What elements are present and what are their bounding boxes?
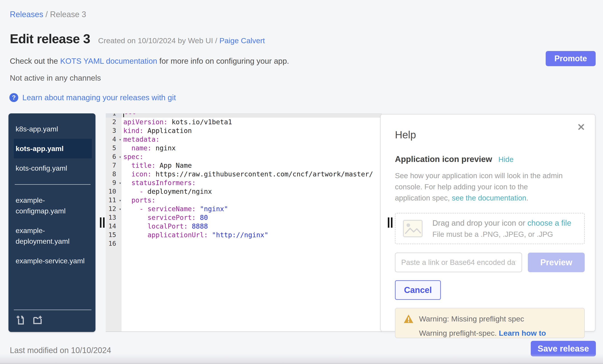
- fold-arrow-icon[interactable]: ▾: [119, 153, 121, 161]
- line-number: 7: [106, 161, 122, 170]
- git-help-link[interactable]: Learn about managing your releases with …: [22, 93, 176, 102]
- help-panel: Help Application icon preview Hide See h…: [380, 114, 595, 331]
- add-file-icon[interactable]: [15, 315, 25, 325]
- warning-detail: Warning preflight-spec. Learn how to con…: [403, 329, 576, 338]
- author-link[interactable]: Paige Calvert: [220, 36, 265, 45]
- code-line[interactable]: 13 servicePort: 80: [106, 213, 382, 222]
- dropzone-filetypes: File must be a .PNG, .JPEG, or .JPG: [432, 230, 571, 239]
- code-text: name: nginx: [122, 144, 382, 152]
- code-line[interactable]: 16: [106, 239, 382, 248]
- breadcrumb-releases-link[interactable]: Releases: [10, 10, 43, 19]
- bottom-edge: [0, 354, 603, 364]
- cancel-button[interactable]: Cancel: [395, 280, 441, 300]
- line-number: 13: [106, 213, 122, 222]
- line-number: 16: [106, 239, 122, 248]
- yaml-editor[interactable]: 1---2apiVersion: kots.io/v1beta13kind: A…: [106, 113, 382, 332]
- line-number: 5: [106, 144, 122, 152]
- code-line[interactable]: 4▾metadata:: [106, 135, 382, 144]
- code-line[interactable]: 14 localPort: 8888: [106, 222, 382, 231]
- line-number: 4▾: [106, 135, 122, 144]
- kots-yaml-doc-link[interactable]: KOTS YAML documentation: [60, 56, 157, 65]
- line-number: 3: [106, 126, 122, 135]
- code-text: ports:: [122, 196, 382, 205]
- code-line[interactable]: 6▾spec:: [106, 152, 382, 161]
- code-text: kind: Application: [122, 126, 382, 135]
- promote-button[interactable]: Promote: [546, 51, 596, 66]
- line-number: 1: [106, 113, 122, 118]
- sidebar-divider: [15, 184, 91, 185]
- see-documentation-link[interactable]: see the documentation: [452, 194, 526, 202]
- fold-arrow-icon[interactable]: ▾: [119, 179, 121, 187]
- file-list-primary: k8s-app.yamlkots-app.yamlkots-config.yam…: [14, 119, 92, 178]
- sidebar-file-item[interactable]: k8s-app.yaml: [14, 119, 92, 139]
- page-title: Edit release 3: [10, 31, 90, 46]
- sidebar-file-item[interactable]: example-service.yaml: [14, 251, 92, 271]
- file-list-secondary: example-configmap.yamlexample-deployment…: [14, 190, 92, 271]
- editor-split-handle-bar2[interactable]: [391, 217, 393, 228]
- line-number: 2: [106, 118, 122, 126]
- fold-arrow-icon[interactable]: ▾: [119, 196, 121, 205]
- line-number: 9▾: [106, 178, 122, 187]
- breadcrumb: Releases / Release 3: [10, 10, 86, 19]
- preview-button[interactable]: Preview: [528, 253, 585, 272]
- created-meta: Created on 10/10/2024 by Web UI / Paige …: [98, 36, 265, 45]
- preflight-warning-box: Warning: Missing preflight spec Warning …: [395, 308, 585, 338]
- warning-triangle-icon: [403, 314, 414, 323]
- fold-arrow-icon[interactable]: ▾: [119, 135, 121, 144]
- code-text: - serviceName: "nginx": [122, 205, 382, 213]
- choose-file-link[interactable]: choose a file: [527, 219, 571, 227]
- code-line[interactable]: 7 title: App Name: [106, 161, 382, 170]
- code-line[interactable]: 9▾ statusInformers:: [106, 178, 382, 187]
- title-row: Edit release 3 Created on 10/10/2024 by …: [10, 31, 265, 46]
- git-help-row[interactable]: ? Learn about managing your releases wit…: [9, 93, 176, 102]
- sidebar-split-handle-bar2[interactable]: [103, 217, 104, 228]
- code-line[interactable]: 1---: [106, 113, 382, 118]
- file-sidebar: k8s-app.yamlkots-app.yamlkots-config.yam…: [9, 113, 95, 332]
- close-icon[interactable]: [577, 122, 586, 132]
- code-text: applicationUrl: "http://nginx": [122, 231, 382, 239]
- line-number: 8: [106, 170, 122, 178]
- code-text: metadata:: [122, 135, 382, 144]
- code-text: [122, 239, 382, 248]
- dropzone-text: Drag and drop your icon or choose a file…: [432, 219, 571, 239]
- hide-link[interactable]: Hide: [499, 155, 514, 164]
- icon-preview-header: Application icon preview Hide: [395, 154, 585, 164]
- code-text: - deployment/nginx: [122, 187, 382, 196]
- code-line[interactable]: 15 applicationUrl: "http://nginx": [106, 231, 382, 239]
- icon-preview-title: Application icon preview: [395, 154, 492, 164]
- sidebar-file-item[interactable]: example-deployment.yaml: [14, 221, 92, 251]
- kots-doc-info: Check out the KOTS YAML documentation fo…: [10, 56, 289, 66]
- help-panel-title: Help: [395, 129, 585, 141]
- sidebar-file-item[interactable]: example-configmap.yaml: [14, 190, 92, 221]
- image-placeholder-icon: [403, 220, 423, 237]
- question-circle-icon: ?: [9, 93, 18, 102]
- line-number: 12▾: [106, 205, 122, 213]
- code-text: apiVersion: kots.io/v1beta1: [122, 118, 382, 126]
- code-line[interactable]: 12▾ - serviceName: "nginx": [106, 205, 382, 213]
- code-line[interactable]: 10 - deployment/nginx: [106, 187, 382, 196]
- code-text: localPort: 8888: [122, 222, 382, 231]
- fold-arrow-icon[interactable]: ▾: [119, 205, 121, 213]
- code-text: servicePort: 80: [122, 213, 382, 222]
- code-text: spec:: [122, 152, 382, 161]
- sidebar-file-item[interactable]: kots-config.yaml: [14, 158, 92, 178]
- icon-dropzone[interactable]: Drag and drop your icon or choose a file…: [395, 213, 585, 244]
- code-line[interactable]: 11▾ ports:: [106, 196, 382, 205]
- code-line[interactable]: 5 name: nginx: [106, 144, 382, 152]
- sidebar-split-handle-bar1[interactable]: [100, 217, 102, 228]
- text-cursor: [123, 113, 124, 117]
- code-text: icon: https://raw.githubusercontent.com/…: [122, 170, 382, 178]
- code-text: statusInformers:: [122, 178, 382, 187]
- code-lines: 1---2apiVersion: kots.io/v1beta13kind: A…: [106, 113, 382, 248]
- sidebar-file-item[interactable]: kots-app.yaml: [14, 139, 92, 158]
- line-number: 14: [106, 222, 122, 231]
- code-text: ---: [122, 113, 382, 118]
- icon-url-input[interactable]: [395, 253, 522, 272]
- code-line[interactable]: 2apiVersion: kots.io/v1beta1: [106, 118, 382, 126]
- code-line[interactable]: 3kind: Application: [106, 126, 382, 135]
- code-line[interactable]: 8 icon: https://raw.githubusercontent.co…: [106, 170, 382, 178]
- breadcrumb-separator: /: [46, 10, 50, 19]
- channel-status: Not active in any channels: [10, 74, 101, 82]
- editor-split-handle-bar1[interactable]: [388, 217, 389, 228]
- add-folder-icon[interactable]: [33, 315, 43, 325]
